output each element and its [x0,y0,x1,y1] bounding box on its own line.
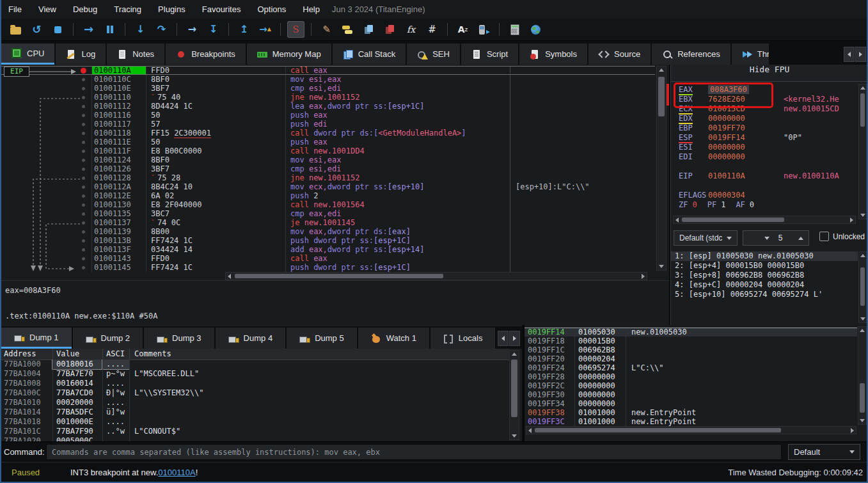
scroll-down-arrow-icon[interactable] [512,434,517,438]
calculator-icon[interactable] [506,21,523,38]
dump-row[interactable]: 77BA10200005000C [0,436,509,441]
scroll-up-arrow-icon[interactable] [860,86,865,90]
tab-symbols[interactable]: Symbols [519,44,587,65]
scroll-up-arrow-icon[interactable] [860,329,865,332]
tab-log[interactable]: Log [56,44,106,65]
trace-over-icon[interactable]: ↧ [205,21,222,38]
restart-icon[interactable]: ↺ [28,21,45,38]
dump-row[interactable]: 77BA101477BA5DFCü]°w [0,408,509,417]
open-file-icon[interactable] [7,21,24,38]
dump-tab-dump-5[interactable]: Dump 5 [287,328,357,349]
scroll-thumb[interactable] [658,77,665,116]
scroll-right-arrow-icon[interactable] [850,218,853,223]
tab-seh[interactable]: SEH [407,44,460,65]
disasm-row[interactable]: 010011263BF7cmp esi,edi [0,164,655,173]
scroll-left-arrow-icon[interactable] [528,428,532,433]
dump-header-asci[interactable]: ASCI [102,349,129,360]
disasm-row[interactable]: 0100112A8B4C24 10mov ecx,dword ptr ss:[e… [0,182,655,191]
stack-row[interactable]: 0019FF2800000000 [525,372,857,381]
disasm-row[interactable]: 01001130E8 2F040000call new.1001564 [0,200,655,209]
dump-panel[interactable]: Dump 1Dump 2Dump 3Dump 4Dump 5Watch 1Loc… [0,325,522,441]
tab-scroll-left-button[interactable] [844,47,855,62]
scroll-right-arrow-icon[interactable] [642,274,645,279]
dump-header-address[interactable]: Address [0,349,52,360]
register-row-edi[interactable]: EDI00000000 [671,152,858,162]
register-row-ebp[interactable]: EBP0019FF70 [671,123,858,133]
dump-row[interactable]: 77BA101000020000.... [0,398,509,408]
tab-references[interactable]: References [652,44,730,65]
dump-header-comments[interactable]: Comments [129,349,509,360]
disasm-row[interactable]: 01001128ˇ75 28jne new.1001152 [0,173,655,182]
tab-cpu[interactable]: CPU [1,44,54,65]
stack-row[interactable]: 0019FF3000000000 [525,390,857,399]
flags-row[interactable]: ZF0PF1AF0 [671,200,858,210]
patch-device-icon[interactable] [475,21,493,38]
register-row-esi[interactable]: ESI00000000 [671,143,858,152]
disasm-row[interactable]: 0100111650push eax [0,111,655,120]
disasm-row[interactable]: 01001118FF15 2C300001call dword ptr ds:[… [0,129,655,138]
tab-source[interactable]: Source [588,44,651,65]
assemble-pencil-icon[interactable]: ✎ [318,21,335,38]
dump-row[interactable]: 77BA100800160014.... [0,379,509,388]
calling-convention-select[interactable]: Default (stdc [674,230,738,246]
stack-row[interactable]: 0019FF3400000000 [525,399,857,408]
disasm-horizontal-scrollbar[interactable] [225,272,647,280]
stop-icon[interactable] [49,21,67,38]
checkbox-icon[interactable] [819,232,829,241]
menu-options[interactable]: Options [249,4,294,14]
stack-row[interactable]: 0019FF3801001000new.EntryPoint [525,408,857,417]
scroll-down-arrow-icon[interactable] [860,419,865,422]
dump-row[interactable]: 77BA10180010000E.... [0,417,509,427]
argument-row[interactable]: 4: [esp+C] 00000204 00000204 [671,280,858,290]
disasm-vertical-scrollbar[interactable] [656,66,667,271]
run-icon[interactable]: → [80,21,97,38]
dump-header-value[interactable]: Value [52,349,102,360]
spinner-down-icon[interactable] [764,237,769,240]
dump-row[interactable]: 77BA100477BA7E70p~°wL"MSCOREE.DLL" [0,369,509,379]
execute-till-return-icon[interactable]: ↥ [235,21,253,38]
disasm-row[interactable]: 0100111E50push eax [0,138,655,146]
bookmark-pages-icon[interactable] [381,21,398,38]
unlocked-checkbox[interactable]: Unlocked [819,232,865,241]
strings-az-icon[interactable]: Az [454,21,471,38]
disasm-row[interactable]: 0100112E6A 02push 2 [0,191,655,200]
scroll-up-arrow-icon[interactable] [860,254,865,257]
register-row-ebx[interactable]: EBX7628E260<kernel32.He [671,95,858,104]
scroll-up-arrow-icon[interactable] [659,68,664,72]
stack-row[interactable]: 0019FF2400695274L"C:\\" [525,363,857,372]
menu-plugins[interactable]: Plugins [150,4,194,14]
disasm-row[interactable]: 0100110E3BF7cmp esi,edi [0,84,655,93]
disasm-row[interactable]: 010011398B00mov eax,dword ptr ds:[eax] [0,227,655,236]
disassembly-panel[interactable]: EIP 0100110AFFD0call eax0100110C8BF0mov … [0,65,669,325]
spinner-up-icon[interactable] [798,237,803,240]
run-to-user-code-icon[interactable]: →▲ [256,21,274,38]
register-row-eip[interactable]: EIP0100110Anew.0100110A [671,171,858,181]
stack-panel[interactable]: 0019FF1401005030new.010050300019FF180000… [523,325,868,441]
tab-notes[interactable]: Notes [107,44,164,65]
argument-row[interactable]: 2: [esp+4] 000015B0 000015B0 [671,261,858,271]
disasm-row[interactable]: 01001110ˇ75 40jne new.1001152 [0,93,655,102]
step-over-icon[interactable]: ↷ [153,21,170,38]
menu-tracing[interactable]: Tracing [106,4,150,14]
scroll-thumb[interactable] [511,360,517,417]
menu-favourites[interactable]: Favourites [194,4,249,14]
scroll-left-arrow-icon[interactable] [675,218,679,223]
scroll-right-arrow-icon[interactable] [851,428,854,433]
ordinal-hash-icon[interactable]: # [423,21,441,38]
command-input[interactable] [46,444,782,460]
tab-memory-map[interactable]: Memory Map [247,44,331,65]
scroll-down-arrow-icon[interactable] [659,265,664,268]
function-fx-icon[interactable]: fx [402,21,420,38]
disasm-row[interactable]: 0100113F034424 14add eax,dword ptr ss:[e… [0,245,655,254]
argument-row[interactable]: 3: [esp+8] 006962B8 006962B8 [671,271,858,280]
scroll-up-arrow-icon[interactable] [512,352,517,356]
scroll-thumb[interactable] [235,274,443,278]
menu-help[interactable]: Help [294,4,328,14]
argument-count-spinner[interactable]: 5 [743,230,809,246]
tab-scroll-left-button[interactable] [498,331,509,346]
command-profile-select[interactable]: Default [788,444,860,460]
tab-scroll-right-button[interactable] [855,47,866,62]
stack-vertical-scrollbar[interactable] [858,326,867,425]
scroll-thumb[interactable] [535,428,781,432]
dump-tab-dump-4[interactable]: Dump 4 [216,328,286,349]
